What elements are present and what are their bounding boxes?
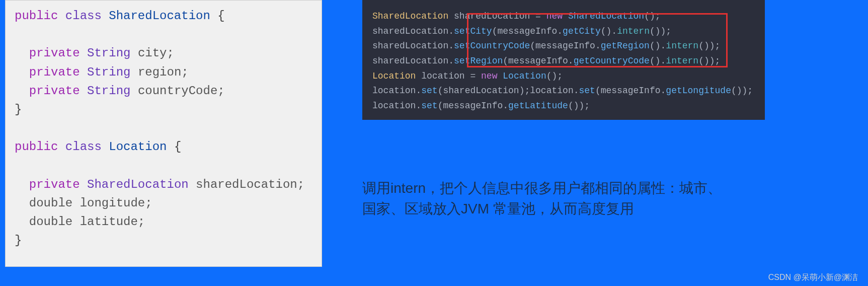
intern: intern [617,26,650,36]
end: ()); [698,41,720,51]
end: ()); [568,101,590,111]
type-string: String [87,65,130,79]
p: (). [650,41,666,51]
type: SharedLocation [372,11,448,21]
kw-new: new [546,11,563,21]
getlatitude: getLatitude [508,101,568,111]
obj: location. [530,86,579,96]
setcountrycode: setCountryCode [454,41,530,51]
p: (). [601,26,617,36]
credit-text: CSDN @呆萌小新@渊洁 [768,272,858,283]
type-double: double [29,215,72,229]
kw-private: private [29,84,80,98]
left-code-panel: public class SharedLocation { private St… [5,0,322,267]
brace: { [217,9,224,23]
set: set [421,86,437,96]
kw-private: private [29,65,80,79]
explain-line1: 调用intern，把个人信息中很多用户都相同的属性：城市、 [362,178,815,199]
getcountrycode: getCountryCode [574,56,650,66]
class-name-location: Location [109,140,167,154]
right-code-block: SharedLocation sharedLocation = new Shar… [372,9,755,114]
obj: sharedLocation. [372,56,454,66]
field-countrycode: countryCode; [138,84,225,98]
var: sharedLocation [454,11,530,21]
ctor: Location [503,71,546,81]
left-code-block: public class SharedLocation { private St… [15,7,312,250]
ctor: SharedLocation [568,11,644,21]
end: ()); [698,56,720,66]
p: (messageInfo. [438,101,508,111]
getcity: getCity [563,26,601,36]
field-longitude: longitude; [80,196,152,210]
kw-class: class [65,9,102,23]
eq: = [465,71,481,81]
p: (messageInfo. [595,86,666,96]
type-double: double [29,196,72,210]
explain-line2: 国家、区域放入JVM 常量池，从而高度复用 [362,199,815,220]
type-string: String [87,84,130,98]
brace-close: } [15,234,22,247]
obj: sharedLocation. [372,41,454,51]
getlongitude: getLongitude [666,86,731,96]
set: set [421,101,437,111]
set: set [579,86,595,96]
kw-class: class [65,140,102,154]
setregion: setRegion [454,56,503,66]
obj: location. [372,101,421,111]
kw-private: private [29,46,80,60]
field-sharedlocation: sharedLocation; [196,178,304,191]
p: (). [650,56,666,66]
kw-public: public [15,9,58,23]
field-city: city; [138,46,174,60]
setcity: setCity [454,26,492,36]
end: ()); [731,86,753,96]
right-code-panel: SharedLocation sharedLocation = new Shar… [362,0,765,120]
intern: intern [666,56,698,66]
p: (messageInfo. [492,26,563,36]
type-sharedlocation: SharedLocation [87,178,189,191]
end: ()); [650,26,671,36]
field-region: region; [138,65,189,79]
eq: = [530,11,546,21]
brace-close: } [15,103,22,116]
end: (); [644,11,660,21]
obj: location. [372,86,421,96]
brace: { [174,140,181,154]
intern: intern [666,41,698,51]
kw-private: private [29,178,80,191]
p: (messageInfo. [503,56,573,66]
explanation-text: 调用intern，把个人信息中很多用户都相同的属性：城市、 国家、区域放入JVM… [362,178,815,219]
p: (messageInfo. [530,41,600,51]
p: (sharedLocation); [438,86,530,96]
class-name-sharedlocation: SharedLocation [109,9,210,23]
end: (); [546,71,563,81]
kw-public: public [15,140,58,154]
getregion: getRegion [601,41,650,51]
obj: sharedLocation. [372,26,454,36]
kw-new: new [481,71,497,81]
field-latitude: latitude; [80,215,145,229]
type: Location [372,71,416,81]
var: location [421,71,464,81]
type-string: String [87,46,130,60]
